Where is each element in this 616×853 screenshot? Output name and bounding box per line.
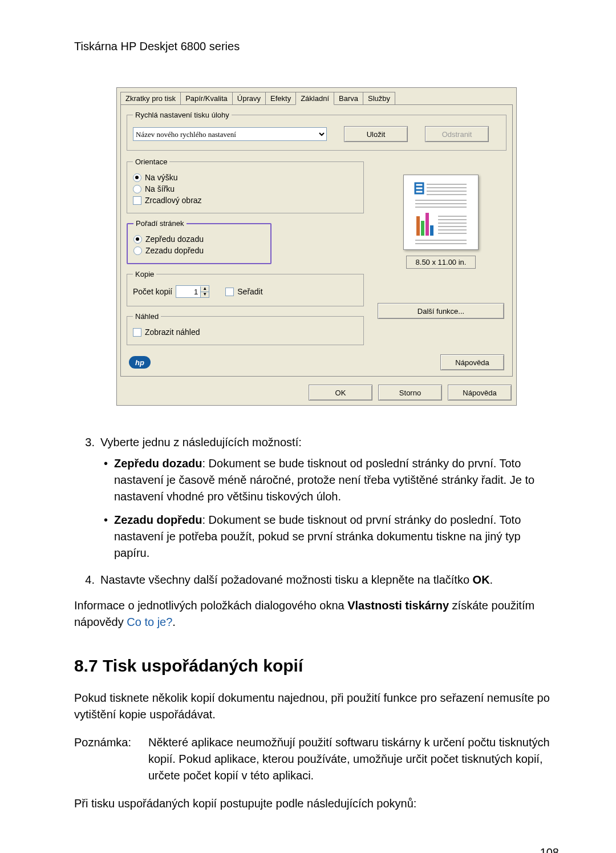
copies-spinner[interactable]: 1 ▲ ▼ bbox=[176, 285, 209, 298]
order-back-label: Zezadu dopředu bbox=[145, 246, 204, 255]
page-order-legend: Pořadí stránek bbox=[133, 219, 187, 228]
bullet-front-to-back: Zepředu dozadu: Dokument se bude tisknou… bbox=[100, 455, 559, 505]
orientation-group: Orientace Na výšku Na šířku Zrcadlový ob… bbox=[127, 157, 364, 213]
tab-basic[interactable]: Základní bbox=[295, 92, 334, 105]
svg-rect-10 bbox=[416, 216, 420, 236]
preview-legend: Náhled bbox=[133, 312, 161, 321]
page-number: 108 bbox=[74, 846, 559, 854]
info-paragraph: Informace o jednotlivých položkách dialo… bbox=[74, 597, 559, 630]
quick-settings-group: Rychlá nastavení tisku úlohy Název novéh… bbox=[127, 111, 506, 151]
orientation-portrait-label: Na výšku bbox=[145, 173, 178, 182]
section-heading: 8.7 Tisk uspořádaných kopií bbox=[74, 653, 559, 678]
tab-color[interactable]: Barva bbox=[334, 92, 363, 105]
spinner-up-icon[interactable]: ▲ bbox=[201, 286, 209, 292]
save-button[interactable]: Uložit bbox=[344, 126, 408, 142]
tabstrip: Zkratky pro tisk Papír/Kvalita Úpravy Ef… bbox=[117, 88, 516, 104]
copies-group: Kopie Počet kopií 1 ▲ ▼ bbox=[127, 270, 364, 306]
closing-line: Při tisku uspořádaných kopií postupujte … bbox=[74, 795, 559, 812]
spinner-down-icon[interactable]: ▼ bbox=[201, 292, 209, 297]
order-front-label: Zepředu dozadu bbox=[145, 235, 204, 244]
help-button[interactable]: Nápověda bbox=[448, 385, 512, 401]
step-number-3: 3. bbox=[74, 434, 100, 568]
copies-value: 1 bbox=[176, 288, 200, 296]
svg-rect-12 bbox=[425, 213, 429, 236]
quick-settings-select[interactable]: Název nového rychlého nastavení bbox=[133, 127, 327, 141]
what-is-this-link[interactable]: Co to je? bbox=[127, 616, 172, 628]
tab-effects[interactable]: Efekty bbox=[265, 92, 296, 105]
cancel-button[interactable]: Storno bbox=[378, 385, 442, 401]
help-side-button[interactable]: Nápověda bbox=[440, 354, 504, 370]
show-preview-label: Zobrazit náhled bbox=[145, 328, 200, 337]
step-number-4: 4. bbox=[74, 572, 100, 588]
note-label: Poznámka: bbox=[74, 734, 148, 784]
orientation-landscape-label: Na šířku bbox=[145, 184, 175, 193]
copies-legend: Kopie bbox=[133, 270, 156, 278]
document-header: Tiskárna HP Deskjet 6800 series bbox=[74, 40, 559, 53]
page-preview-icon bbox=[404, 175, 478, 249]
orientation-legend: Orientace bbox=[133, 157, 169, 166]
svg-rect-11 bbox=[421, 221, 424, 236]
mirror-label: Zrcadlový obraz bbox=[145, 196, 202, 205]
copies-label: Počet kopií bbox=[133, 287, 172, 296]
preview-group: Náhled Zobrazit náhled bbox=[127, 312, 364, 345]
more-features-button[interactable]: Další funkce... bbox=[378, 303, 504, 319]
page-order-group: Pořadí stránek Zepředu dozadu Zezadu dop… bbox=[127, 219, 271, 264]
tab-paper-quality[interactable]: Papír/Kvalita bbox=[180, 92, 233, 105]
page-preview bbox=[403, 175, 479, 250]
print-properties-dialog: Zkratky pro tisk Papír/Kvalita Úpravy Ef… bbox=[116, 87, 517, 406]
step4-text: Nastavte všechny další požadované možnos… bbox=[100, 572, 559, 588]
page-dimensions: 8.50 x 11.00 in. bbox=[406, 256, 476, 269]
svg-rect-0 bbox=[415, 183, 423, 193]
ok-button[interactable]: OK bbox=[309, 385, 372, 401]
collate-checkbox[interactable] bbox=[225, 288, 234, 296]
mirror-checkbox[interactable] bbox=[133, 196, 141, 205]
orientation-landscape-radio[interactable] bbox=[133, 185, 141, 193]
hp-logo-icon: hp bbox=[129, 356, 151, 369]
collate-label: Seřadit bbox=[237, 287, 262, 296]
order-front-radio[interactable] bbox=[133, 235, 142, 244]
order-back-radio[interactable] bbox=[133, 246, 142, 255]
quick-settings-legend: Rychlá nastavení tisku úlohy bbox=[133, 111, 232, 119]
section-intro: Pokud tisknete několik kopií dokumentu n… bbox=[74, 690, 559, 723]
bullet-back-to-front: Zezadu dopředu: Dokument se bude tisknou… bbox=[100, 512, 559, 561]
delete-button: Odstranit bbox=[425, 126, 489, 142]
step3-text: Vyberte jednu z následujících možností: bbox=[100, 436, 302, 448]
orientation-portrait-radio[interactable] bbox=[133, 173, 141, 182]
svg-rect-13 bbox=[430, 225, 433, 236]
tab-shortcuts[interactable]: Zkratky pro tisk bbox=[120, 92, 181, 105]
tab-services[interactable]: Služby bbox=[363, 92, 395, 105]
show-preview-checkbox[interactable] bbox=[133, 328, 141, 337]
note-body: Některé aplikace neumožňují použití soft… bbox=[148, 734, 559, 784]
tab-finishing[interactable]: Úpravy bbox=[232, 92, 266, 105]
